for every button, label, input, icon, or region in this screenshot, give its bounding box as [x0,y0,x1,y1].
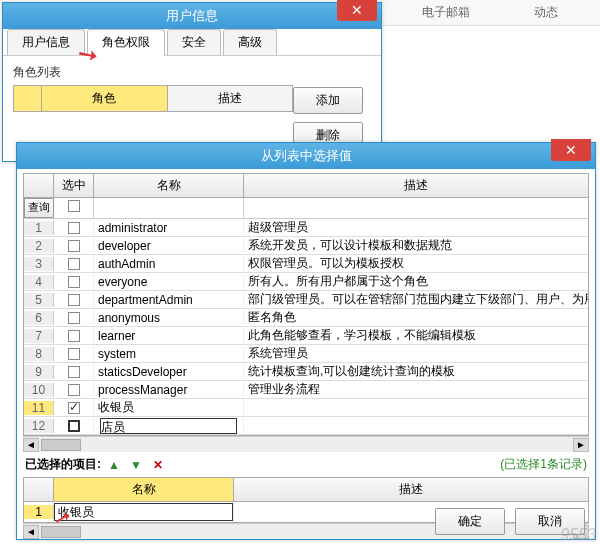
row-checkbox[interactable] [68,420,80,432]
col-desc[interactable]: 描述 [244,174,588,197]
row-number: 4 [24,275,54,289]
titlebar: 从列表中选择值 ✕ [17,143,595,169]
cell-desc: 统计模板查询,可以创建统计查询的模板 [244,363,588,380]
row-checkbox[interactable] [68,402,80,414]
table-row[interactable]: 6anonymous匿名角色 [24,309,588,327]
row-checkbox[interactable] [68,348,80,360]
row-checkbox[interactable] [68,384,80,396]
row-checkbox[interactable] [68,222,80,234]
table-row[interactable]: 1administrator超级管理员 [24,219,588,237]
row-number: 8 [24,347,54,361]
row-number: 1 [24,221,54,235]
cell-desc: 超级管理员 [244,219,588,236]
cell-desc: 此角色能够查看，学习模板，不能编辑模板 [244,327,588,344]
h-scrollbar[interactable]: ◄ ► [23,436,589,452]
cell-desc: 管理业务流程 [244,381,588,398]
window-title: 从列表中选择值 [25,147,587,165]
row-number: 5 [24,293,54,307]
row-checkbox[interactable] [68,366,80,378]
row-checkbox[interactable] [68,240,80,252]
grid-header: 选中 名称 描述 [24,174,588,198]
add-button[interactable]: 添加 [293,87,363,114]
scroll-left-icon[interactable]: ◄ [23,438,39,452]
tab-user-info[interactable]: 用户信息 [7,29,85,55]
window-title: 用户信息 [11,7,373,25]
table-row[interactable]: 5departmentAdmin部门级管理员。可以在管辖部门范围内建立下级部门、… [24,291,588,309]
bg-col: 动态 [534,4,558,21]
row-checkbox[interactable] [68,330,80,342]
user-info-window: 用户信息 ✕ 用户信息 角色权限 安全 高级 角色列表 角色 描述 添加 删除 … [2,2,382,162]
table-row[interactable]: 11收银员 [24,399,588,417]
row-checkbox[interactable] [68,312,80,324]
cell-name: departmentAdmin [94,293,244,307]
table-row[interactable]: 2developer系统开发员，可以设计模板和数据规范 [24,237,588,255]
grid-header: 名称 描述 [24,478,588,502]
close-button[interactable]: ✕ [551,139,591,161]
row-checkbox[interactable] [68,294,80,306]
titlebar: 用户信息 ✕ [3,3,381,29]
cell-desc: 匿名角色 [244,309,588,326]
cell-desc: 权限管理员。可以为模板授权 [244,255,588,272]
row-number: 1 [24,505,54,519]
cell-name: staticsDeveloper [94,365,244,379]
row-checkbox[interactable] [68,258,80,270]
col-select[interactable]: 选中 [54,174,94,197]
tab-advanced[interactable]: 高级 [223,29,277,55]
name-input[interactable] [54,503,233,521]
tab-role-perm[interactable]: 角色权限 [87,29,165,56]
role-list-label: 角色列表 [3,56,381,85]
cell-name: processManager [94,383,244,397]
row-number: 9 [24,365,54,379]
scroll-thumb[interactable] [41,439,81,451]
row-number: 10 [24,383,54,397]
col-desc[interactable]: 描述 [168,86,293,111]
table-row[interactable]: 4everyone所有人。所有用户都属于这个角色 [24,273,588,291]
row-number: 2 [24,239,54,253]
cell-name: anonymous [94,311,244,325]
ok-button[interactable]: 确定 [435,508,505,535]
table-row[interactable]: 12店员 [24,417,588,435]
cell-name: everyone [94,275,244,289]
tab-security[interactable]: 安全 [167,29,221,55]
cell-name: 收银员 [94,399,244,416]
remove-icon[interactable]: ✕ [149,457,167,473]
row-number: 11 [24,401,54,415]
query-button[interactable]: 查询 [24,198,54,218]
cell-name: 店员 [94,418,244,434]
source-grid: 选中 名称 描述 查询 1administrator超级管理员2develope… [23,173,589,436]
cell-name: administrator [94,221,244,235]
bg-col: 电子邮箱 [422,4,470,21]
cell-name: learner [94,329,244,343]
selected-label: 已选择的项目: [25,456,101,473]
cell-desc: 系统开发员，可以设计模板和数据规范 [244,237,588,254]
scroll-right-icon[interactable]: ► [573,438,589,452]
scroll-left-icon[interactable]: ◄ [23,525,39,539]
table-row[interactable]: 10processManager管理业务流程 [24,381,588,399]
col-name[interactable]: 名称 [94,174,244,197]
table-row[interactable]: 8system系统管理员 [24,345,588,363]
background-header: 电子邮箱 动态 [380,0,600,26]
cell-name: system [94,347,244,361]
row-checkbox[interactable] [68,276,80,288]
watermark: 9553 [560,526,596,544]
row-number: 6 [24,311,54,325]
cell-desc: 部门级管理员。可以在管辖部门范围内建立下级部门、用户、为用户授权 [244,291,588,308]
selected-toolbar: 已选择的项目: ▲ ▼ ✕ (已选择1条记录) [17,452,595,477]
query-row: 查询 [24,198,588,219]
role-grid-header: 角色 描述 [13,85,293,112]
tab-bar: 用户信息 角色权限 安全 高级 [3,29,381,56]
cell-name: developer [94,239,244,253]
cell-desc: 系统管理员 [244,345,588,362]
col-name[interactable]: 名称 [54,478,234,501]
table-row[interactable]: 3authAdmin权限管理员。可以为模板授权 [24,255,588,273]
table-row[interactable]: 9staticsDeveloper统计模板查询,可以创建统计查询的模板 [24,363,588,381]
close-button[interactable]: ✕ [337,0,377,21]
cell-desc: 所有人。所有用户都属于这个角色 [244,273,588,290]
col-desc[interactable]: 描述 [234,478,588,501]
query-checkbox[interactable] [68,200,80,212]
selected-count: (已选择1条记录) [500,456,587,473]
col-role[interactable]: 角色 [42,86,168,111]
move-up-icon[interactable]: ▲ [105,457,123,473]
move-down-icon[interactable]: ▼ [127,457,145,473]
table-row[interactable]: 7learner此角色能够查看，学习模板，不能编辑模板 [24,327,588,345]
